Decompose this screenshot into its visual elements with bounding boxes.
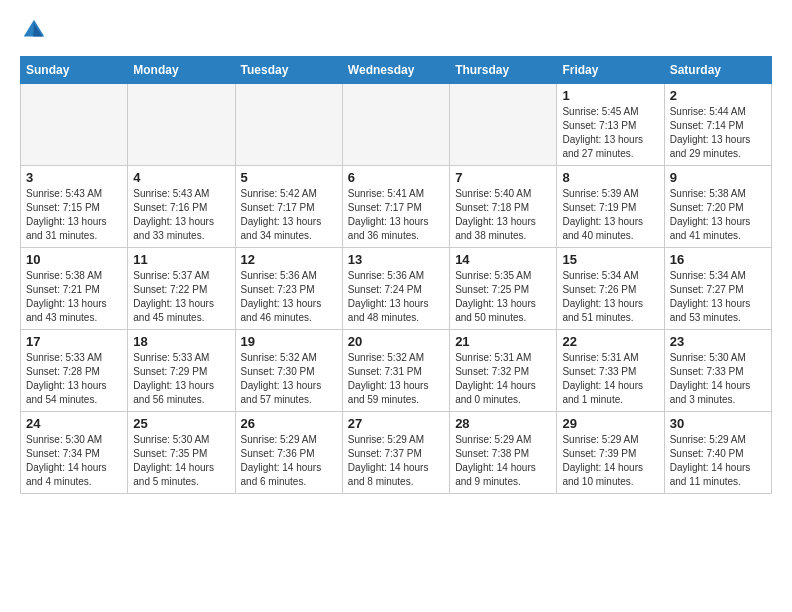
calendar-cell: 27Sunrise: 5:29 AM Sunset: 7:37 PM Dayli… bbox=[342, 412, 449, 494]
cell-info: Sunrise: 5:43 AM Sunset: 7:16 PM Dayligh… bbox=[133, 187, 229, 243]
cell-info: Sunrise: 5:34 AM Sunset: 7:26 PM Dayligh… bbox=[562, 269, 658, 325]
weekday-header-monday: Monday bbox=[128, 57, 235, 84]
calendar-week-row: 17Sunrise: 5:33 AM Sunset: 7:28 PM Dayli… bbox=[21, 330, 772, 412]
calendar-cell: 3Sunrise: 5:43 AM Sunset: 7:15 PM Daylig… bbox=[21, 166, 128, 248]
weekday-header-thursday: Thursday bbox=[450, 57, 557, 84]
day-number: 6 bbox=[348, 170, 444, 185]
calendar-cell: 11Sunrise: 5:37 AM Sunset: 7:22 PM Dayli… bbox=[128, 248, 235, 330]
weekday-header-wednesday: Wednesday bbox=[342, 57, 449, 84]
calendar-cell bbox=[21, 84, 128, 166]
day-number: 11 bbox=[133, 252, 229, 267]
calendar-cell: 29Sunrise: 5:29 AM Sunset: 7:39 PM Dayli… bbox=[557, 412, 664, 494]
calendar-cell: 6Sunrise: 5:41 AM Sunset: 7:17 PM Daylig… bbox=[342, 166, 449, 248]
cell-info: Sunrise: 5:31 AM Sunset: 7:33 PM Dayligh… bbox=[562, 351, 658, 407]
calendar-cell: 17Sunrise: 5:33 AM Sunset: 7:28 PM Dayli… bbox=[21, 330, 128, 412]
page-header bbox=[20, 16, 772, 44]
calendar-cell: 22Sunrise: 5:31 AM Sunset: 7:33 PM Dayli… bbox=[557, 330, 664, 412]
cell-info: Sunrise: 5:31 AM Sunset: 7:32 PM Dayligh… bbox=[455, 351, 551, 407]
calendar-cell: 13Sunrise: 5:36 AM Sunset: 7:24 PM Dayli… bbox=[342, 248, 449, 330]
cell-info: Sunrise: 5:33 AM Sunset: 7:28 PM Dayligh… bbox=[26, 351, 122, 407]
day-number: 1 bbox=[562, 88, 658, 103]
calendar-cell: 23Sunrise: 5:30 AM Sunset: 7:33 PM Dayli… bbox=[664, 330, 771, 412]
day-number: 20 bbox=[348, 334, 444, 349]
logo-icon bbox=[20, 16, 48, 44]
calendar-cell: 16Sunrise: 5:34 AM Sunset: 7:27 PM Dayli… bbox=[664, 248, 771, 330]
calendar-cell: 12Sunrise: 5:36 AM Sunset: 7:23 PM Dayli… bbox=[235, 248, 342, 330]
calendar-cell bbox=[342, 84, 449, 166]
weekday-header-saturday: Saturday bbox=[664, 57, 771, 84]
weekday-header-sunday: Sunday bbox=[21, 57, 128, 84]
day-number: 28 bbox=[455, 416, 551, 431]
cell-info: Sunrise: 5:43 AM Sunset: 7:15 PM Dayligh… bbox=[26, 187, 122, 243]
day-number: 13 bbox=[348, 252, 444, 267]
calendar-cell: 10Sunrise: 5:38 AM Sunset: 7:21 PM Dayli… bbox=[21, 248, 128, 330]
calendar-cell: 1Sunrise: 5:45 AM Sunset: 7:13 PM Daylig… bbox=[557, 84, 664, 166]
day-number: 8 bbox=[562, 170, 658, 185]
cell-info: Sunrise: 5:38 AM Sunset: 7:21 PM Dayligh… bbox=[26, 269, 122, 325]
calendar-cell: 19Sunrise: 5:32 AM Sunset: 7:30 PM Dayli… bbox=[235, 330, 342, 412]
cell-info: Sunrise: 5:30 AM Sunset: 7:33 PM Dayligh… bbox=[670, 351, 766, 407]
day-number: 18 bbox=[133, 334, 229, 349]
cell-info: Sunrise: 5:36 AM Sunset: 7:24 PM Dayligh… bbox=[348, 269, 444, 325]
cell-info: Sunrise: 5:45 AM Sunset: 7:13 PM Dayligh… bbox=[562, 105, 658, 161]
calendar-cell: 5Sunrise: 5:42 AM Sunset: 7:17 PM Daylig… bbox=[235, 166, 342, 248]
calendar-cell: 18Sunrise: 5:33 AM Sunset: 7:29 PM Dayli… bbox=[128, 330, 235, 412]
calendar-cell: 7Sunrise: 5:40 AM Sunset: 7:18 PM Daylig… bbox=[450, 166, 557, 248]
day-number: 25 bbox=[133, 416, 229, 431]
day-number: 7 bbox=[455, 170, 551, 185]
cell-info: Sunrise: 5:39 AM Sunset: 7:19 PM Dayligh… bbox=[562, 187, 658, 243]
day-number: 15 bbox=[562, 252, 658, 267]
cell-info: Sunrise: 5:33 AM Sunset: 7:29 PM Dayligh… bbox=[133, 351, 229, 407]
calendar-week-row: 24Sunrise: 5:30 AM Sunset: 7:34 PM Dayli… bbox=[21, 412, 772, 494]
day-number: 23 bbox=[670, 334, 766, 349]
calendar-cell: 2Sunrise: 5:44 AM Sunset: 7:14 PM Daylig… bbox=[664, 84, 771, 166]
calendar-week-row: 10Sunrise: 5:38 AM Sunset: 7:21 PM Dayli… bbox=[21, 248, 772, 330]
cell-info: Sunrise: 5:35 AM Sunset: 7:25 PM Dayligh… bbox=[455, 269, 551, 325]
day-number: 30 bbox=[670, 416, 766, 431]
weekday-header-tuesday: Tuesday bbox=[235, 57, 342, 84]
cell-info: Sunrise: 5:34 AM Sunset: 7:27 PM Dayligh… bbox=[670, 269, 766, 325]
weekday-header-row: SundayMondayTuesdayWednesdayThursdayFrid… bbox=[21, 57, 772, 84]
day-number: 27 bbox=[348, 416, 444, 431]
cell-info: Sunrise: 5:40 AM Sunset: 7:18 PM Dayligh… bbox=[455, 187, 551, 243]
calendar-table: SundayMondayTuesdayWednesdayThursdayFrid… bbox=[20, 56, 772, 494]
cell-info: Sunrise: 5:37 AM Sunset: 7:22 PM Dayligh… bbox=[133, 269, 229, 325]
cell-info: Sunrise: 5:42 AM Sunset: 7:17 PM Dayligh… bbox=[241, 187, 337, 243]
cell-info: Sunrise: 5:30 AM Sunset: 7:35 PM Dayligh… bbox=[133, 433, 229, 489]
calendar-cell: 24Sunrise: 5:30 AM Sunset: 7:34 PM Dayli… bbox=[21, 412, 128, 494]
day-number: 3 bbox=[26, 170, 122, 185]
cell-info: Sunrise: 5:29 AM Sunset: 7:40 PM Dayligh… bbox=[670, 433, 766, 489]
cell-info: Sunrise: 5:32 AM Sunset: 7:31 PM Dayligh… bbox=[348, 351, 444, 407]
calendar-cell: 9Sunrise: 5:38 AM Sunset: 7:20 PM Daylig… bbox=[664, 166, 771, 248]
day-number: 14 bbox=[455, 252, 551, 267]
calendar-week-row: 1Sunrise: 5:45 AM Sunset: 7:13 PM Daylig… bbox=[21, 84, 772, 166]
calendar-cell: 20Sunrise: 5:32 AM Sunset: 7:31 PM Dayli… bbox=[342, 330, 449, 412]
calendar-cell: 8Sunrise: 5:39 AM Sunset: 7:19 PM Daylig… bbox=[557, 166, 664, 248]
day-number: 26 bbox=[241, 416, 337, 431]
cell-info: Sunrise: 5:29 AM Sunset: 7:37 PM Dayligh… bbox=[348, 433, 444, 489]
day-number: 29 bbox=[562, 416, 658, 431]
calendar-cell: 30Sunrise: 5:29 AM Sunset: 7:40 PM Dayli… bbox=[664, 412, 771, 494]
day-number: 12 bbox=[241, 252, 337, 267]
logo bbox=[20, 16, 52, 44]
weekday-header-friday: Friday bbox=[557, 57, 664, 84]
calendar-cell: 14Sunrise: 5:35 AM Sunset: 7:25 PM Dayli… bbox=[450, 248, 557, 330]
day-number: 24 bbox=[26, 416, 122, 431]
day-number: 10 bbox=[26, 252, 122, 267]
day-number: 5 bbox=[241, 170, 337, 185]
calendar-cell bbox=[450, 84, 557, 166]
cell-info: Sunrise: 5:30 AM Sunset: 7:34 PM Dayligh… bbox=[26, 433, 122, 489]
day-number: 2 bbox=[670, 88, 766, 103]
calendar-cell bbox=[235, 84, 342, 166]
calendar-cell: 21Sunrise: 5:31 AM Sunset: 7:32 PM Dayli… bbox=[450, 330, 557, 412]
day-number: 22 bbox=[562, 334, 658, 349]
cell-info: Sunrise: 5:36 AM Sunset: 7:23 PM Dayligh… bbox=[241, 269, 337, 325]
day-number: 19 bbox=[241, 334, 337, 349]
svg-marker-1 bbox=[33, 23, 42, 36]
day-number: 4 bbox=[133, 170, 229, 185]
calendar-cell: 26Sunrise: 5:29 AM Sunset: 7:36 PM Dayli… bbox=[235, 412, 342, 494]
cell-info: Sunrise: 5:38 AM Sunset: 7:20 PM Dayligh… bbox=[670, 187, 766, 243]
cell-info: Sunrise: 5:29 AM Sunset: 7:39 PM Dayligh… bbox=[562, 433, 658, 489]
cell-info: Sunrise: 5:32 AM Sunset: 7:30 PM Dayligh… bbox=[241, 351, 337, 407]
calendar-cell: 28Sunrise: 5:29 AM Sunset: 7:38 PM Dayli… bbox=[450, 412, 557, 494]
